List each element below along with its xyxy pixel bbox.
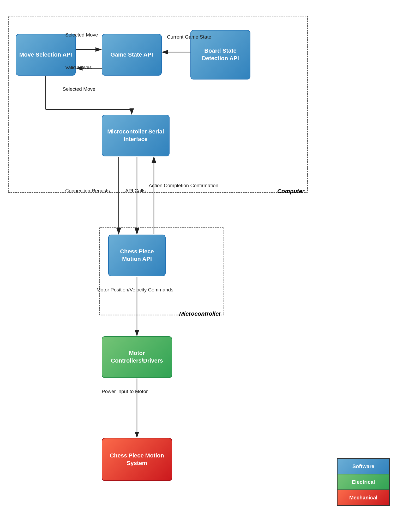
legend-mechanical: Mechanical [337,490,389,505]
valid-moves-label: Valid Moves [65,64,92,71]
microcontroller-serial-interface-box: Microcontoller Serial Interface [102,115,170,156]
game-state-api-box: Game State API [102,34,162,76]
selected-move-label-1: Selected Move [65,32,98,38]
action-completion-label: Action Completion Confirmation [149,182,218,189]
current-game-state-label: Current Game State [167,34,211,40]
chess-piece-motion-api-box: Chess Piece Motion API [108,235,166,276]
legend-software: Software [337,458,389,474]
legend: Software Electrical Mechanical [337,458,390,506]
diagram-container: Computer Microcontroller Move Selection … [0,0,403,532]
selected-move-label-2: Selected Move [63,86,95,93]
connection-requests-label: Connection Requsts [65,188,110,194]
motor-position-velocity-label: Motor Position/Velocity Commands [97,287,173,293]
microcontroller-label: Microcontroller [179,310,221,317]
power-input-label: Power Input to Motor [102,388,148,395]
computer-label: Computer [277,188,304,195]
api-calls-label: API Calls [125,188,146,194]
legend-electrical: Electrical [337,474,389,490]
motor-controllers-box: Motor Controllers/Drivers [102,336,172,378]
chess-piece-motion-system-box: Chess Piece Motion System [102,438,172,481]
